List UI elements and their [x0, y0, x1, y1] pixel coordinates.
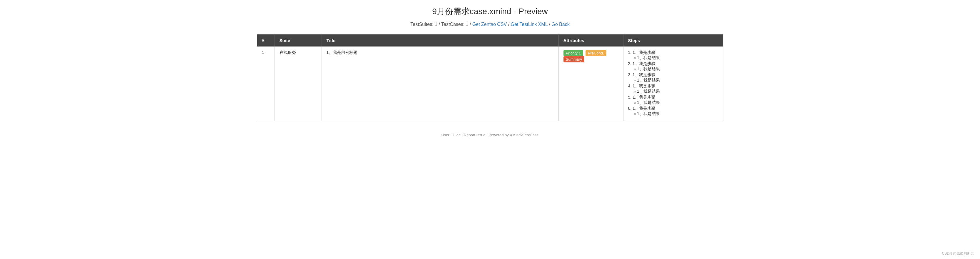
- result-2: 1、我是结果: [628, 67, 718, 72]
- table-header-row: # Suite Title Attributes Steps: [257, 34, 723, 47]
- result-5: 1、我是结果: [628, 100, 718, 106]
- footer: User Guide | Report Issue | Powered by X…: [257, 133, 723, 137]
- get-zentao-csv-link[interactable]: Get Zentao CSV: [473, 22, 507, 27]
- cell-title: 1、我是用例标题: [321, 46, 558, 121]
- step-5: 5. 1、我是步骤 1、我是结果: [628, 95, 718, 106]
- col-header-attributes: Attributes: [558, 34, 623, 47]
- cell-suite: 在线服务: [275, 46, 321, 121]
- go-back-link[interactable]: Go Back: [551, 22, 570, 27]
- subtitle-prefix: TestSuites: 1 / TestCases: 1 /: [410, 22, 471, 27]
- badge-priority: Priority 1: [563, 50, 583, 56]
- result-3: 1、我是结果: [628, 78, 718, 83]
- cell-attributes: Priority 1 PreCond. Summary: [558, 46, 623, 121]
- col-header-suite: Suite: [275, 34, 321, 47]
- test-cases-table: # Suite Title Attributes Steps 1 在线服务 1、…: [257, 34, 723, 121]
- step-4: 4. 1、我是步骤 1、我是结果: [628, 83, 718, 94]
- table-row: 1 在线服务 1、我是用例标题 Priority 1 PreCond. Summ…: [257, 46, 723, 121]
- page-title: 9月份需求case.xmind - Preview: [257, 6, 723, 17]
- col-header-num: #: [257, 34, 275, 47]
- cell-steps: 1. 1、我是步骤 1、我是结果 2. 1、我是步骤 1、我是结果 3. 1、我…: [623, 46, 723, 121]
- step-3: 3. 1、我是步骤 1、我是结果: [628, 72, 718, 83]
- subtitle: TestSuites: 1 / TestCases: 1 / Get Zenta…: [257, 22, 723, 27]
- badge-precond: PreCond.: [585, 50, 606, 56]
- step-2: 2. 1、我是步骤 1、我是结果: [628, 61, 718, 72]
- badge-summary: Summary: [563, 56, 585, 62]
- step-1: 1. 1、我是步骤 1、我是结果: [628, 50, 718, 61]
- get-testlink-xml-link[interactable]: Get TestLink XML: [511, 22, 547, 27]
- result-1: 1、我是结果: [628, 55, 718, 61]
- step-6: 6. 1、我是步骤 1、我是结果: [628, 106, 718, 117]
- col-header-steps: Steps: [623, 34, 723, 47]
- footer-text: User Guide | Report Issue | Powered by X…: [441, 133, 538, 137]
- result-4: 1、我是结果: [628, 89, 718, 94]
- cell-num: 1: [257, 46, 275, 121]
- result-6: 1、我是结果: [628, 111, 718, 117]
- col-header-title: Title: [321, 34, 558, 47]
